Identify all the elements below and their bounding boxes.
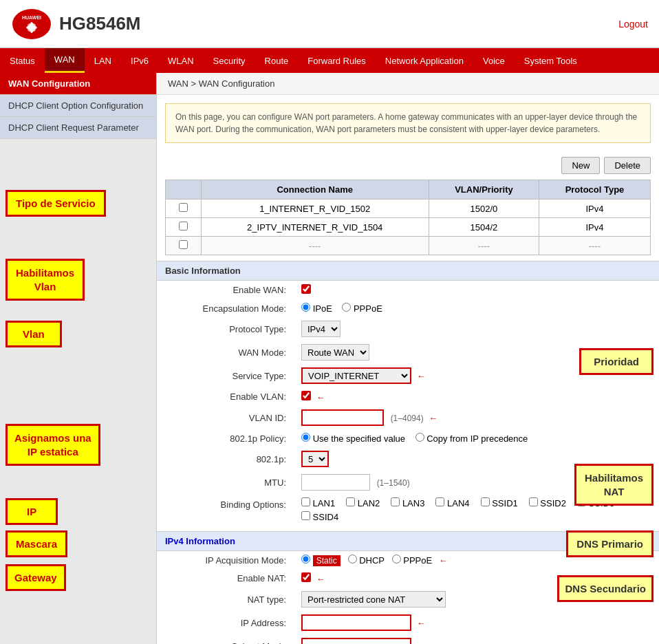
annotation-dns-secundario: DNS Secundario (557, 575, 653, 602)
enable-nat-label: Enable NAT: (157, 569, 294, 588)
enable-vlan-row: Enable VLAN: ← (157, 387, 659, 406)
subnet-mask-arrow: ← (417, 641, 426, 645)
binding-lan1-label: LAN1 (301, 497, 335, 508)
enable-vlan-checkbox[interactable] (301, 391, 311, 400)
wan-mode-select[interactable]: Route WAN (301, 344, 369, 361)
vlan-id-arrow: ← (429, 413, 437, 423)
encap-pppoe-radio-label: PPPoE (342, 303, 382, 314)
nav-item-system-tools[interactable]: System Tools (515, 48, 587, 73)
ip-address-input[interactable]: 192.168.253.20 (301, 614, 411, 631)
enable-nat-checkbox[interactable] (301, 572, 311, 582)
row2-name: 2_IPTV_INTERNET_R_VID_1504 (201, 218, 429, 237)
mtu-input[interactable]: 1500 (301, 474, 370, 491)
binding-ssid1[interactable] (481, 497, 490, 506)
row2-vlan: 1504/2 (429, 218, 539, 237)
binding-lan2[interactable] (346, 497, 355, 506)
encap-ipoe-radio-label: IPoE (301, 303, 334, 314)
subnet-mask-row: Subnet Mask: 255.255.255.0 ← (157, 634, 659, 644)
ip-acq-pppoe-radio[interactable] (392, 555, 401, 564)
binding-lan1[interactable] (301, 497, 310, 506)
nav-item-voice[interactable]: Voice (473, 48, 515, 73)
nav-item-lan[interactable]: LAN (85, 48, 121, 73)
logout-button[interactable]: Logout (618, 19, 648, 30)
row1-protocol: IPv4 (539, 200, 651, 218)
nat-type-select[interactable]: Port-restricted cone NAT (301, 591, 446, 608)
nav-item-wlan[interactable]: WLAN (158, 48, 204, 73)
protocol-type-label: Protocol Type: (157, 317, 294, 341)
nav-item-route[interactable]: Route (255, 48, 299, 73)
row2-checkbox[interactable] (179, 222, 188, 230)
nav-item-ipv6[interactable]: IPv6 (121, 48, 158, 73)
annotation-ip: IP (6, 498, 58, 525)
annotation-mascara: Mascara (6, 530, 67, 557)
table-row: ---- ---- ---- (166, 237, 651, 255)
row3-vlan: ---- (429, 237, 539, 255)
nav-item-security[interactable]: Security (204, 48, 255, 73)
subnet-mask-input[interactable]: 255.255.255.0 (301, 638, 411, 644)
row3-checkbox[interactable] (179, 240, 188, 249)
vlan-id-input[interactable]: 1503 (301, 409, 384, 426)
binding-lan3[interactable] (391, 497, 400, 506)
col-protocol-type: Protocol Type (539, 180, 651, 200)
ip-acq-dhcp-radio[interactable] (348, 555, 357, 564)
binding-ssid4[interactable] (301, 511, 310, 520)
nav-item-status[interactable]: Status (0, 48, 45, 73)
annotation-asignamos-ip: Asignamos unaIP estatica (6, 424, 100, 466)
annotation-dns-primario: DNS Primario (566, 530, 653, 557)
sidebar-item-dhcp-option[interactable]: DHCP Client Option Configuration (0, 95, 156, 117)
annotation-tipo-servicio: Tipo de Servicio (6, 190, 106, 217)
policy-802-1p-label: 802.1p: (157, 447, 294, 471)
ip-address-row: IP Address: 192.168.253.20 ← (157, 611, 659, 634)
binding-label: Binding Options: (157, 494, 294, 526)
sidebar-item-wan-config[interactable]: WAN Configuration (0, 73, 156, 95)
protocol-type-row: Protocol Type: IPv4 (157, 317, 659, 341)
row3-protocol: ---- (539, 237, 651, 255)
policy-specified-radio[interactable] (301, 433, 310, 442)
breadcrumb: WAN > WAN Configuration (157, 73, 659, 95)
policy-802-1p-select[interactable]: 5 (301, 451, 329, 467)
annotation-prioridad: Prioridad (579, 348, 653, 375)
enable-wan-label: Enable WAN: (157, 281, 294, 299)
policy-copy-radio[interactable] (415, 433, 424, 442)
binding-ssid1-label: SSID1 (481, 497, 518, 508)
col-vlan-priority: VLAN/Priority (429, 180, 539, 200)
annotation-vlan: Vlan (6, 321, 62, 347)
binding-lan4[interactable] (435, 497, 444, 506)
nav-item-wan[interactable]: WAN (45, 48, 85, 73)
protocol-type-select[interactable]: IPv4 (301, 321, 341, 337)
svg-text:HUAWEI: HUAWEI (22, 15, 41, 20)
new-button[interactable]: New (561, 157, 600, 174)
enable-wan-checkbox[interactable] (301, 284, 311, 294)
nav-item-forward-rules[interactable]: Forward Rules (298, 48, 376, 73)
nav-item-network-application[interactable]: Network Application (376, 48, 473, 73)
annotation-gateway: Gateway (6, 564, 66, 591)
policy-802-label: 802.1p Policy: (157, 429, 294, 447)
col-check (166, 180, 202, 200)
enable-vlan-arrow: ← (316, 392, 325, 402)
service-type-arrow: ← (417, 371, 426, 381)
binding-ssid4-label: SSID4 (301, 511, 338, 522)
ip-acq-label: IP Acquisition Mode: (157, 551, 294, 569)
ip-acq-static-radio[interactable] (301, 555, 310, 564)
sidebar: WAN Configuration DHCP Client Option Con… (0, 73, 157, 644)
vlan-id-label: VLAN ID: (157, 406, 294, 429)
encap-ipoe-radio[interactable] (301, 303, 310, 312)
binding-ssid2[interactable] (529, 497, 538, 506)
encap-mode-row: Encapsulation Mode: IPoE PPPoE (157, 299, 659, 317)
sidebar-item-dhcp-request[interactable]: DHCP Client Request Parameter (0, 117, 156, 139)
enable-wan-row: Enable WAN: (157, 281, 659, 299)
binding-lan3-label: LAN3 (391, 497, 424, 508)
basic-info-header: Basic Information (157, 261, 659, 281)
enable-nat-arrow: ← (316, 574, 325, 584)
huawei-logo: HUAWEI (11, 7, 52, 41)
ip-acq-static-label: Static (301, 555, 343, 566)
delete-button[interactable]: Delete (604, 157, 651, 174)
encap-pppoe-radio[interactable] (342, 303, 351, 312)
table-row: 2_IPTV_INTERNET_R_VID_1504 1504/2 IPv4 (166, 218, 651, 237)
service-type-select[interactable]: VOIP_INTERNET (301, 367, 411, 384)
subnet-mask-label: Subnet Mask: (157, 634, 294, 644)
ip-acq-dhcp-label: DHCP (348, 555, 387, 566)
policy-copy-label: Copy from IP precedence (415, 433, 528, 444)
row1-checkbox[interactable] (179, 203, 188, 212)
row3-name: ---- (201, 237, 429, 255)
